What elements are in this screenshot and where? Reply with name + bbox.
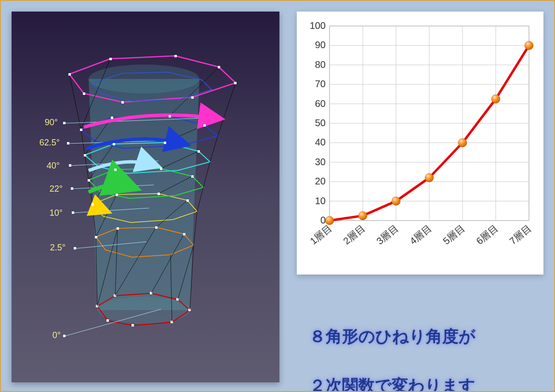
svg-rect-79: [95, 236, 97, 238]
svg-point-118: [325, 216, 334, 225]
svg-text:1層目: 1層目: [308, 222, 333, 247]
svg-point-124: [525, 41, 533, 50]
svg-rect-71: [88, 179, 90, 182]
svg-text:100: 100: [310, 20, 326, 31]
svg-rect-49: [71, 187, 73, 190]
svg-rect-6: [188, 309, 191, 311]
svg-rect-75: [92, 203, 94, 206]
svg-line-24: [218, 83, 236, 136]
svg-text:20: 20: [315, 176, 326, 186]
svg-rect-53: [109, 58, 112, 60]
viewport-3d: 90° 62.5° 40° 22° 10° 2.5° 0°: [12, 12, 279, 382]
caption-text: ８角形のひねり角度が ２次関数で変わります: [309, 300, 550, 392]
svg-line-20: [203, 162, 210, 187]
svg-rect-9: [106, 319, 109, 322]
svg-text:6層目: 6層目: [474, 222, 500, 247]
svg-rect-8: [132, 324, 134, 327]
label-markers: [63, 122, 76, 337]
svg-point-121: [425, 173, 434, 182]
svg-rect-50: [72, 211, 74, 214]
svg-point-123: [491, 95, 500, 104]
svg-rect-76: [186, 199, 189, 202]
svg-text:70: 70: [315, 78, 326, 89]
svg-rect-67: [198, 150, 200, 153]
svg-rect-55: [218, 66, 220, 68]
svg-text:10: 10: [315, 196, 326, 206]
wireframe-model: [12, 12, 279, 382]
svg-text:7層目: 7層目: [507, 222, 533, 247]
svg-rect-47: [67, 142, 69, 144]
svg-rect-51: [74, 247, 76, 249]
svg-rect-70: [160, 168, 162, 170]
svg-rect-78: [155, 226, 158, 229]
svg-rect-7: [171, 321, 173, 323]
svg-rect-80: [183, 233, 185, 235]
svg-rect-58: [121, 101, 124, 104]
angle-label-0: 0°: [45, 330, 61, 340]
svg-rect-46: [63, 122, 66, 124]
svg-rect-59: [191, 96, 194, 99]
svg-rect-64: [80, 129, 82, 131]
svg-rect-60: [83, 92, 85, 95]
svg-line-18: [197, 187, 203, 211]
svg-point-120: [392, 197, 400, 206]
svg-rect-68: [84, 154, 86, 157]
angle-label-2-5: 2.5°: [40, 243, 66, 253]
svg-point-119: [358, 211, 367, 220]
svg-rect-66: [164, 142, 166, 144]
svg-text:30: 30: [315, 157, 326, 167]
svg-point-122: [458, 138, 467, 147]
svg-text:90: 90: [315, 39, 326, 50]
angle-label-10: 10°: [40, 208, 63, 218]
svg-rect-52: [63, 335, 66, 337]
svg-rect-72: [191, 175, 194, 178]
angle-label-22: 22°: [40, 184, 63, 194]
angle-label-40: 40°: [37, 161, 60, 171]
svg-line-19: [85, 155, 89, 180]
twist-angle-chart: 01020304050607080901001層目2層目3層目4層目5層目6層目…: [297, 12, 543, 274]
svg-rect-48: [69, 164, 71, 167]
svg-rect-2: [96, 305, 98, 307]
svg-rect-69: [114, 169, 117, 171]
angle-label-90: 90°: [35, 118, 58, 128]
svg-text:80: 80: [315, 59, 326, 70]
svg-line-22: [210, 136, 218, 162]
svg-rect-61: [111, 117, 113, 119]
svg-text:2層目: 2層目: [341, 222, 367, 247]
svg-text:50: 50: [315, 118, 326, 128]
svg-text:3層目: 3層目: [374, 222, 400, 247]
svg-rect-65: [113, 143, 115, 145]
svg-text:40: 40: [315, 137, 326, 147]
svg-rect-63: [203, 124, 206, 127]
svg-text:5層目: 5層目: [441, 222, 466, 247]
svg-rect-56: [68, 73, 71, 76]
svg-text:60: 60: [315, 98, 326, 109]
svg-line-21: [81, 130, 85, 155]
svg-text:4層目: 4層目: [408, 222, 433, 247]
angle-label-62-5: 62.5°: [31, 138, 60, 148]
svg-rect-5: [176, 298, 179, 301]
caption-line-2: ２次関数で変わります: [309, 376, 476, 392]
svg-rect-73: [116, 194, 118, 196]
svg-line-16: [194, 211, 197, 245]
svg-rect-62: [169, 115, 171, 118]
svg-rect-74: [158, 193, 160, 195]
svg-rect-57: [234, 82, 237, 84]
svg-rect-54: [174, 55, 177, 57]
svg-rect-77: [117, 227, 119, 230]
chart-panel: 01020304050607080901001層目2層目3層目4層目5層目6層目…: [297, 12, 543, 274]
caption-line-1: ８角形のひねり角度が: [309, 327, 476, 345]
